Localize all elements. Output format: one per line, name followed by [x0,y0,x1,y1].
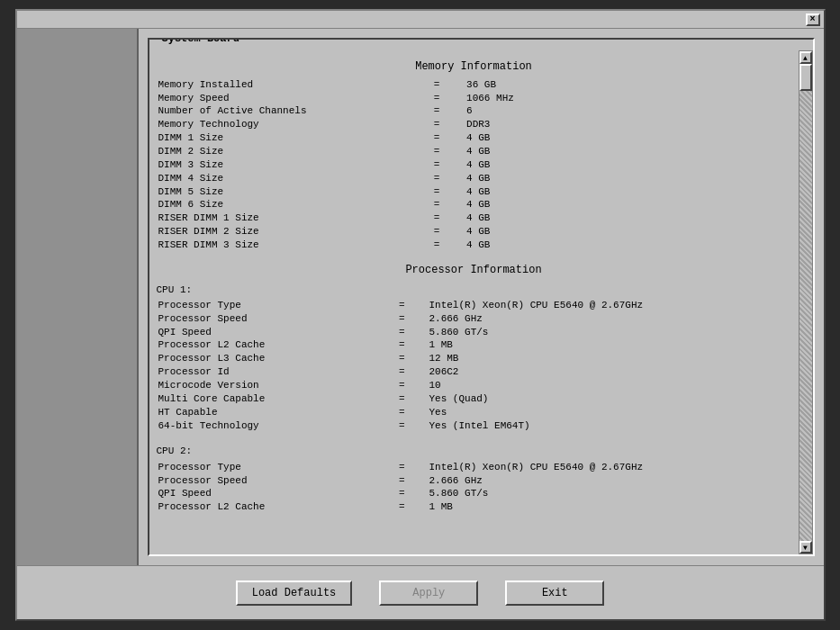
field-value: 1 MB [427,500,790,514]
field-label: Number of Active Channels [157,104,432,118]
table-row: Memory Technology = DDR3 [157,118,791,131]
footer: Load Defaults Apply Exit [17,565,824,619]
table-row: Processor Type = Intel(R) Xeon(R) CPU E5… [157,461,791,474]
table-row: DIMM 6 Size = 4 GB [157,198,791,212]
field-label: RISER DIMM 3 Size [157,238,432,252]
table-row: Processor Speed = 2.666 GHz [157,312,791,326]
field-value: 1 MB [427,338,790,352]
table-row: 64-bit Technology = Yes (Intel EM64T) [157,419,791,433]
equals-sign: = [432,225,465,238]
table-row: DIMM 1 Size = 4 GB [157,131,791,145]
field-label: Processor L2 Cache [157,338,398,352]
field-label: Microcode Version [157,379,398,392]
equals-sign: = [397,299,427,312]
scroll-up-button[interactable]: ▲ [799,51,812,64]
field-label: Processor Id [157,365,398,379]
table-row: RISER DIMM 2 Size = 4 GB [157,225,791,238]
field-value: Yes (Intel EM64T) [427,419,790,433]
table-row: Processor Speed = 2.666 GHz [157,474,791,488]
equals-sign: = [397,419,427,433]
cpu1-section: CPU 1: Processor Type = Intel(R) Xeon(R)… [157,284,791,433]
scroll-thumb[interactable] [799,64,812,91]
field-value: 5.860 GT/s [427,487,790,500]
field-label: DIMM 1 Size [157,131,432,145]
cpu1-table: Processor Type = Intel(R) Xeon(R) CPU E5… [157,299,791,432]
field-value: Intel(R) Xeon(R) CPU E5640 @ 2.67GHz [427,299,790,312]
exit-button[interactable]: Exit [505,580,604,606]
equals-sign: = [432,104,465,118]
table-row: Memory Speed = 1066 MHz [157,92,791,105]
equals-sign: = [397,326,427,339]
field-value: 4 GB [465,131,790,145]
equals-sign: = [397,392,427,406]
load-defaults-button[interactable]: Load Defaults [236,580,353,606]
table-row: DIMM 5 Size = 4 GB [157,185,791,199]
field-label: QPI Speed [157,326,398,339]
equals-sign: = [397,365,427,379]
field-label: Multi Core Capable [157,392,398,406]
memory-section-title: Memory Information [157,59,791,75]
equals-sign: = [432,158,465,172]
equals-sign: = [397,352,427,365]
table-row: RISER DIMM 3 Size = 4 GB [157,238,791,252]
field-value: 4 GB [465,225,790,238]
equals-sign: = [432,198,465,212]
main-content: System Board Memory Information Memory I… [17,29,824,565]
equals-sign: = [397,406,427,419]
table-row: Processor L2 Cache = 1 MB [157,500,791,514]
field-value: 4 GB [465,185,790,199]
field-label: Memory Installed [157,78,432,92]
field-label: QPI Speed [157,487,398,500]
field-label: DIMM 2 Size [157,145,432,158]
field-label: RISER DIMM 2 Size [157,225,432,238]
table-row: Processor L2 Cache = 1 MB [157,338,791,352]
equals-sign: = [432,172,465,185]
table-row: Memory Installed = 36 GB [157,78,791,92]
equals-sign: = [397,338,427,352]
field-label: Memory Speed [157,92,432,105]
field-value: 12 MB [427,352,790,365]
field-value: 6 [465,104,790,118]
field-label: RISER DIMM 1 Size [157,212,432,225]
table-row: Multi Core Capable = Yes (Quad) [157,392,791,406]
field-value: 2.666 GHz [427,312,790,326]
equals-sign: = [397,461,427,474]
field-value: 2.666 GHz [427,474,790,488]
field-value: Yes [427,406,790,419]
apply-button[interactable]: Apply [379,580,478,606]
table-row: DIMM 2 Size = 4 GB [157,145,791,158]
scroll-track[interactable] [799,64,812,541]
field-value: 206C2 [427,365,790,379]
table-row: Number of Active Channels = 6 [157,104,791,118]
scrollbar[interactable]: ▲ ▼ [799,50,813,554]
cpu2-section: CPU 2: Processor Type = Intel(R) Xeon(R)… [157,445,791,514]
scroll-down-button[interactable]: ▼ [799,541,812,554]
field-value: 36 GB [465,78,790,92]
field-label: Processor Type [157,461,398,474]
close-button[interactable]: × [806,14,820,26]
equals-sign: = [397,474,427,488]
scroll-area: Memory Information Memory Installed = 36… [149,50,813,554]
field-label: Memory Technology [157,118,432,131]
processor-section-title: Processor Information [157,263,791,278]
right-panel: System Board Memory Information Memory I… [139,29,824,565]
field-label: HT Capable [157,406,398,419]
field-value: 4 GB [465,158,790,172]
content-area: Memory Information Memory Installed = 36… [149,50,799,554]
field-label: DIMM 5 Size [157,185,432,199]
equals-sign: = [432,145,465,158]
title-bar: × [17,11,824,29]
cpu2-table: Processor Type = Intel(R) Xeon(R) CPU E5… [157,461,791,514]
bios-window: × System Board Memory Information Memory… [15,9,826,621]
system-board-box: System Board Memory Information Memory I… [148,38,815,556]
table-row: DIMM 3 Size = 4 GB [157,158,791,172]
field-label: Processor L3 Cache [157,352,398,365]
field-label: DIMM 6 Size [157,198,432,212]
equals-sign: = [432,185,465,199]
field-label: 64-bit Technology [157,419,398,433]
table-row: QPI Speed = 5.860 GT/s [157,326,791,339]
field-label: DIMM 3 Size [157,158,432,172]
field-label: Processor Speed [157,474,398,488]
equals-sign: = [397,379,427,392]
field-label: DIMM 4 Size [157,172,432,185]
